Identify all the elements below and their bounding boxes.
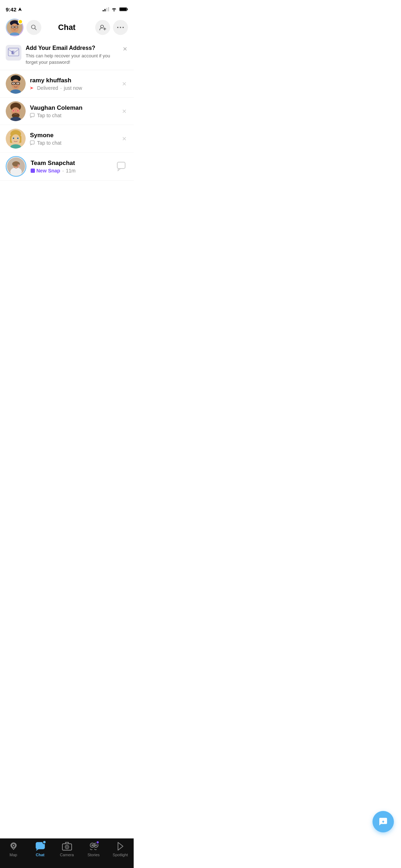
chat-action-team-snapchat [115,160,128,173]
signal-icon [103,7,109,11]
delivered-arrow-icon [30,86,35,91]
location-arrow-icon [18,7,22,11]
battery-icon [119,7,128,11]
svg-point-19 [117,27,119,28]
chat-info-ramy: ramy khuffash Delivered · just now [30,77,116,91]
search-button[interactable] [26,20,41,35]
more-options-button[interactable] [113,20,128,35]
chat-item-vaughan[interactable]: Vaughan Coleman Tap to chat ✕ [0,98,134,125]
page-title: Chat [58,23,76,32]
svg-point-20 [120,27,121,28]
svg-point-44 [13,111,14,112]
time-display: 9:42 [6,6,16,12]
chat-name-team-snapchat: Team Snapchat [31,160,111,167]
email-banner-text: Add Your Email Address? This can help re… [26,45,118,66]
chat-name-ramy: ramy khuffash [30,77,116,84]
chat-info-vaughan: Vaughan Coleman Tap to chat [30,104,116,118]
chat-close-ramy[interactable]: ✕ [120,79,128,89]
svg-point-21 [123,27,124,28]
svg-rect-2 [120,8,127,11]
avatar-notification-dot [18,19,23,24]
email-banner-close-button[interactable]: ✕ [122,45,128,53]
chat-sub-team-snapchat: New Snap · 11m [31,168,111,174]
svg-point-29 [13,83,14,84]
svg-point-63 [17,164,20,166]
email-banner[interactable]: E Add Your Email Address? This can help … [0,41,134,70]
svg-point-52 [11,134,20,144]
add-friend-button[interactable] [95,20,110,35]
svg-point-45 [17,111,18,112]
wifi-icon [111,7,117,11]
chat-close-symone[interactable]: ✕ [120,134,128,144]
svg-marker-35 [30,87,34,89]
team-snapchat-photo [7,157,25,175]
chat-sub-vaughan: Tap to chat [30,113,116,118]
svg-rect-64 [117,162,125,169]
ramy-bitmoji [6,74,26,94]
header: Chat [0,16,134,41]
chat-avatar-vaughan [6,101,26,121]
chat-bubble-icon-symone [30,140,35,145]
chat-close-vaughan[interactable]: ✕ [120,107,128,116]
email-icon: E [6,45,21,61]
svg-line-15 [35,29,36,30]
chat-name-symone: Symone [30,132,116,139]
chat-name-vaughan: Vaughan Coleman [30,104,116,112]
add-friend-icon [99,24,106,31]
svg-rect-1 [127,9,128,10]
svg-point-30 [17,83,18,84]
more-icon [117,26,124,29]
chat-item-team-snapchat[interactable]: Team Snapchat New Snap · 11m [0,153,134,181]
svg-point-9 [16,27,17,27]
chat-item-symone[interactable]: Symone Tap to chat ✕ [0,125,134,153]
chat-bubble-icon-vaughan [30,113,35,118]
chat-avatar-symone [6,129,26,149]
email-banner-title: Add Your Email Address? [26,45,118,51]
chat-item-ramy[interactable]: ramy khuffash Delivered · just now ✕ [0,70,134,98]
symone-bitmoji [6,129,26,149]
user-avatar-container[interactable] [6,19,24,36]
svg-point-56 [17,138,18,139]
chat-sub-ramy: Delivered · just now [30,85,116,91]
svg-point-55 [13,138,14,139]
new-snap-badge: New Snap [31,168,60,174]
search-icon [31,24,37,31]
header-right [95,20,128,35]
chat-list: ramy khuffash Delivered · just now ✕ [0,70,134,181]
chat-avatar-team-snapchat [6,156,26,177]
svg-rect-47 [30,113,34,117]
vaughan-bitmoji [6,101,26,121]
email-envelope-icon: E [8,48,19,58]
status-bar: 9:42 [0,0,134,16]
status-icons [103,7,128,11]
chat-info-symone: Symone Tap to chat [30,132,116,146]
new-snap-square-icon [31,169,35,173]
svg-rect-58 [30,141,34,144]
chat-info-team-snapchat: Team Snapchat New Snap · 11m [31,160,111,174]
svg-text:E: E [11,50,15,55]
email-banner-description: This can help recover your account if yo… [26,53,118,66]
header-left [6,19,41,36]
svg-point-8 [12,27,13,27]
chat-sub-symone: Tap to chat [30,140,116,146]
chat-bubble-action-icon [117,161,127,171]
status-time: 9:42 [6,6,22,12]
chat-avatar-ramy [6,74,26,94]
